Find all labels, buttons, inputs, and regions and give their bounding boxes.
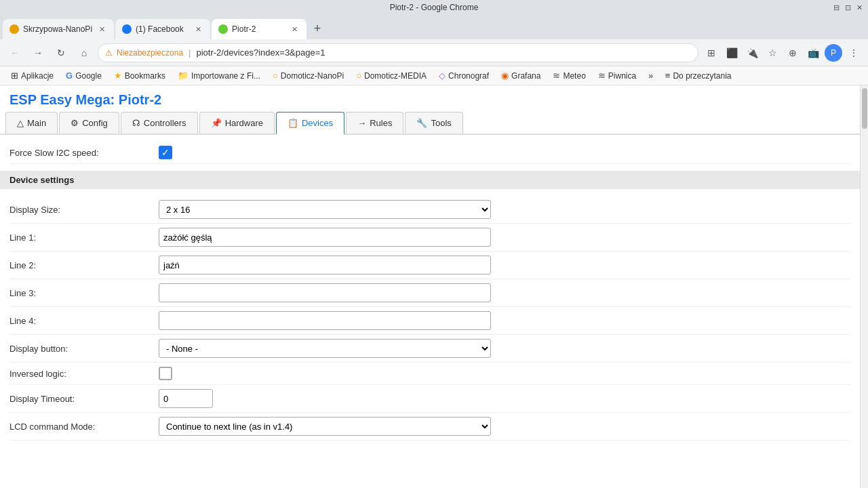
tab-tools[interactable]: 🔧 Tools (405, 112, 462, 134)
tab-facebook[interactable]: (1) Facebook ✕ (115, 19, 210, 39)
i2c-section: Force Slow I2C speed: ✓ (0, 135, 860, 171)
bookmark-label-chronograf: Chronograf (448, 71, 489, 81)
bookmark-label-google: Google (75, 71, 102, 81)
rules-tab-label: Rules (370, 118, 392, 128)
rules-tab-icon: → (357, 118, 366, 128)
bookmark-chronograf[interactable]: ◇ Chronograf (433, 68, 494, 83)
tab-rules[interactable]: → Rules (346, 112, 403, 134)
tab-main[interactable]: △ Main (5, 112, 58, 134)
bookmark-do-przeczytania[interactable]: ≡ Do przeczytania (660, 68, 737, 83)
inversed-logic-label: Inversed logic: (9, 369, 159, 379)
tab-config[interactable]: ⚙ Config (59, 112, 119, 134)
tab-piotr2[interactable]: Piotr-2 ✕ (212, 19, 307, 39)
home-button[interactable]: ⌂ (75, 43, 94, 62)
bookmark-bookmarks[interactable]: ★ Bookmarks (108, 68, 171, 83)
cast2-icon[interactable]: 📺 (804, 44, 822, 62)
url-text: piotr-2/devices?index=3&page=1 (196, 47, 325, 58)
controllers-tab-icon: ☊ (132, 118, 140, 128)
profile-icon[interactable]: P (825, 44, 842, 62)
window-title: Piotr-2 - Google Chrome (390, 3, 479, 12)
display-timeout-control (159, 389, 850, 408)
bookmark-label-meteo: Meteo (563, 71, 585, 81)
menu-icon[interactable]: ⋮ (845, 44, 863, 62)
display-timeout-row: Display Timeout: (9, 385, 850, 413)
main-area: ESP Easy Mega: Piotr-2 △ Main ⚙ Config ☊… (0, 85, 860, 488)
bookmark-label-bookmarks: Bookmarks (125, 71, 165, 81)
bookmark-domoticz-nanopi[interactable]: ○ Domoticz-NanoPi (267, 68, 349, 83)
bookmark-label-do-przeczytania: Do przeczytania (673, 71, 731, 81)
line1-control (159, 228, 850, 247)
line4-input[interactable] (159, 311, 491, 330)
nav-tabs: △ Main ⚙ Config ☊ Controllers 📌 Hardware… (0, 112, 860, 135)
cast-icon[interactable]: ⬛ (723, 44, 741, 62)
display-size-control: 2 x 16 4 x 20 1 x 16 1 x 8 (159, 200, 850, 219)
force-slow-i2c-label: Force Slow I2C speed: (9, 148, 159, 158)
scroll-thumb[interactable] (862, 88, 867, 129)
toolbar-icons: ⊞ ⬛ 🔌 ☆ ⊕ 📺 P ⋮ (703, 44, 863, 62)
bookmark-star-icon[interactable]: ☆ (764, 44, 781, 62)
url-box[interactable]: ⚠ Niezabezpieczona | piotr-2/devices?ind… (98, 43, 698, 62)
display-timeout-input[interactable] (159, 389, 213, 408)
inversed-logic-row: Inversed logic: (9, 363, 850, 385)
line4-control (159, 311, 850, 330)
new-tab-button[interactable]: + (308, 19, 327, 38)
google-icon: G (66, 70, 73, 81)
tab-skrzypowa[interactable]: Skrzypowa-NanoPi ✕ (3, 19, 114, 39)
tab-close-skrzypowa[interactable]: ✕ (96, 24, 107, 35)
inversed-logic-control (159, 367, 850, 380)
line3-control (159, 283, 850, 302)
inversed-logic-checkbox[interactable] (159, 367, 172, 380)
line1-input[interactable] (159, 228, 491, 247)
bookmarks-bar: ⊞ Aplikacje G Google ★ Bookmarks 📁 Impor… (0, 66, 868, 85)
line2-label: Line 2: (9, 260, 159, 270)
device-settings-header: Device settings (0, 171, 860, 189)
bookmark-more[interactable]: » (643, 68, 658, 83)
extensions-icon[interactable]: ⊞ (703, 44, 720, 62)
controllers-tab-label: Controllers (144, 118, 186, 128)
tab-favicon-piotr2 (218, 24, 228, 34)
meteo-icon: ≋ (553, 70, 560, 81)
display-size-label: Display Size: (9, 205, 159, 215)
forward-button[interactable]: → (28, 43, 47, 62)
zoom-icon[interactable]: ⊕ (784, 44, 802, 62)
bookmark-importowane[interactable]: 📁 Importowane z Fi... (172, 68, 266, 83)
force-slow-i2c-checkbox[interactable]: ✓ (159, 146, 172, 159)
line1-row: Line 1: (9, 224, 850, 251)
line2-input[interactable] (159, 256, 491, 274)
scrollbar[interactable] (860, 85, 868, 488)
line1-label: Line 1: (9, 232, 159, 243)
display-size-select[interactable]: 2 x 16 4 x 20 1 x 16 1 x 8 (159, 200, 491, 219)
tab-close-piotr2[interactable]: ✕ (289, 24, 300, 35)
force-slow-i2c-control: ✓ (159, 146, 850, 159)
url-separator: | (189, 47, 191, 58)
back-button[interactable]: ← (5, 43, 24, 62)
main-tab-label: Main (27, 118, 46, 128)
importowane-icon: 📁 (178, 70, 189, 81)
bookmark-label-domoticz-nanopi: Domoticz-NanoPi (281, 71, 344, 81)
line3-row: Line 3: (9, 279, 850, 307)
tab-hardware[interactable]: 📌 Hardware (199, 112, 275, 134)
line3-input[interactable] (159, 283, 491, 302)
bookmark-aplikacje[interactable]: ⊞ Aplikacje (5, 68, 59, 83)
lcd-command-mode-select[interactable]: Continue to next line (as in v1.4) Trunc… (159, 417, 491, 436)
extensions2-icon[interactable]: 🔌 (743, 44, 761, 62)
bookmark-meteo[interactable]: ≋ Meteo (547, 68, 591, 83)
tab-devices[interactable]: 📋 Devices (276, 112, 344, 135)
page-content: ESP Easy Mega: Piotr-2 △ Main ⚙ Config ☊… (0, 85, 868, 488)
tab-controllers[interactable]: ☊ Controllers (121, 112, 198, 134)
display-button-row: Display button: - None - (9, 335, 850, 363)
tab-label-skrzypowa: Skrzypowa-NanoPi (23, 24, 92, 34)
window-controls[interactable]: ⊟ ⊡ ✕ (833, 3, 863, 12)
config-tab-label: Config (82, 118, 108, 128)
display-button-label: Display button: (9, 344, 159, 354)
bookmark-label-piwnica: Piwnica (608, 71, 636, 81)
insecure-label: Niezabezpieczona (117, 48, 183, 58)
bookmark-grafana[interactable]: ◉ Grafana (496, 68, 546, 83)
bookmark-domoticz-media[interactable]: ○ Domoticz-MEDIA (351, 68, 432, 83)
main-tab-icon: △ (17, 118, 24, 128)
bookmark-piwnica[interactable]: ≋ Piwnica (593, 68, 642, 83)
reload-button[interactable]: ↻ (52, 43, 71, 62)
display-button-select[interactable]: - None - (159, 339, 491, 358)
bookmark-google[interactable]: G Google (60, 68, 107, 83)
tab-close-facebook[interactable]: ✕ (193, 24, 203, 35)
